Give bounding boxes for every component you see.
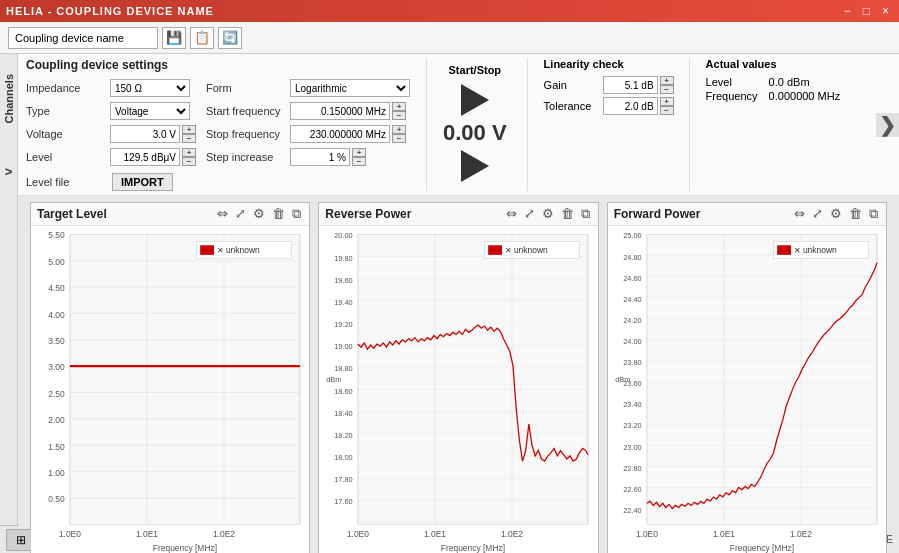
target-fit-btn[interactable]: ⤢ xyxy=(233,206,248,222)
reverse-settings-btn[interactable]: ⚙ xyxy=(540,206,556,222)
forward-chart-svg: 25.00 24.80 24.60 24.40 24.20 24.00 23.8… xyxy=(610,228,884,553)
step-inc-down-btn[interactable]: − xyxy=(352,157,366,166)
target-settings-btn[interactable]: ⚙ xyxy=(251,206,267,222)
actual-freq-value: 0.000000 MHz xyxy=(769,90,841,102)
voltage-spinner: + − xyxy=(182,125,196,143)
target-zoom-btn[interactable]: ⇔ xyxy=(215,206,230,222)
tolerance-label: Tolerance xyxy=(544,100,599,112)
gain-input[interactable] xyxy=(603,76,658,94)
svg-rect-36 xyxy=(358,234,588,524)
tolerance-input[interactable] xyxy=(603,97,658,115)
forward-delete-btn[interactable]: 🗑 xyxy=(847,206,864,222)
target-delete-btn[interactable]: 🗑 xyxy=(270,206,287,222)
actual-freq-label: Frequency xyxy=(706,90,761,102)
stop-freq-spinner: + − xyxy=(392,125,406,143)
gain-up-btn[interactable]: + xyxy=(660,76,674,85)
tolerance-spinbox: + − xyxy=(603,97,674,115)
save-btn[interactable]: 💾 xyxy=(162,27,186,49)
close-btn[interactable]: × xyxy=(878,4,893,18)
reverse-chart-header: Reverse Power ⇔ ⤢ ⚙ 🗑 ⧉ xyxy=(319,203,597,226)
tolerance-down-btn[interactable]: − xyxy=(660,106,674,115)
stop-freq-up-btn[interactable]: + xyxy=(392,125,406,134)
svg-text:1.0E0: 1.0E0 xyxy=(636,529,658,539)
svg-text:17.60: 17.60 xyxy=(335,497,353,506)
maximize-btn[interactable]: □ xyxy=(859,4,874,18)
actual-freq-row: Frequency 0.000000 MHz xyxy=(706,90,841,102)
form-label: Form xyxy=(206,82,286,94)
svg-text:22.40: 22.40 xyxy=(623,506,641,515)
device-name-input[interactable] xyxy=(8,27,158,49)
start-play-btn[interactable] xyxy=(461,84,489,116)
linearity-title: Linearity check xyxy=(544,58,674,70)
copy-btn[interactable]: 📋 xyxy=(190,27,214,49)
reverse-fit-btn[interactable]: ⤢ xyxy=(522,206,537,222)
forward-chart-header: Forward Power ⇔ ⤢ ⚙ 🗑 ⧉ xyxy=(608,203,886,226)
reverse-export-btn[interactable]: ⧉ xyxy=(579,206,592,222)
stop-freq-down-btn[interactable]: − xyxy=(392,134,406,143)
target-export-btn[interactable]: ⧉ xyxy=(290,206,303,222)
stop-play-btn[interactable] xyxy=(461,150,489,182)
actual-values-title: Actual values xyxy=(706,58,841,70)
target-chart-body: 5.50 5.00 4.50 4.00 3.50 3.00 2.50 2.00 … xyxy=(31,226,309,553)
nav-arrow[interactable]: ❯ xyxy=(876,113,899,137)
svg-rect-0 xyxy=(70,234,300,524)
level-up-btn[interactable]: + xyxy=(182,148,196,157)
reverse-power-chart: Reverse Power ⇔ ⤢ ⚙ 🗑 ⧉ xyxy=(318,202,598,553)
type-select[interactable]: Voltage xyxy=(110,102,190,120)
stop-freq-input[interactable] xyxy=(290,125,390,143)
form-row: Form Logarithmic xyxy=(206,78,410,98)
reverse-delete-btn[interactable]: 🗑 xyxy=(559,206,576,222)
forward-fit-btn[interactable]: ⤢ xyxy=(810,206,825,222)
tolerance-up-btn[interactable]: + xyxy=(660,97,674,106)
svg-text:22.80: 22.80 xyxy=(623,464,641,473)
svg-text:18.60: 18.60 xyxy=(335,387,353,396)
type-row: Type Voltage xyxy=(26,101,196,121)
startstop-title: Start/Stop xyxy=(449,64,502,76)
impedance-select[interactable]: 150 Ω xyxy=(110,79,190,97)
channels-expand-arrow[interactable]: > xyxy=(5,164,13,179)
start-freq-input[interactable] xyxy=(290,102,390,120)
minimize-btn[interactable]: − xyxy=(840,4,855,18)
voltage-display: 0.00 V xyxy=(443,120,507,146)
svg-text:24.20: 24.20 xyxy=(623,316,641,325)
stop-freq-row: Stop frequency + − xyxy=(206,124,410,144)
forward-export-btn[interactable]: ⧉ xyxy=(867,206,880,222)
svg-text:1.0E2: 1.0E2 xyxy=(213,529,235,539)
svg-text:1.0E2: 1.0E2 xyxy=(501,529,523,539)
import-btn[interactable]: IMPORT xyxy=(112,173,173,191)
toolbar: 💾 📋 🔄 xyxy=(0,22,899,54)
step-inc-up-btn[interactable]: + xyxy=(352,148,366,157)
actual-level-value: 0.0 dBm xyxy=(769,76,810,88)
start-freq-down-btn[interactable]: − xyxy=(392,111,406,120)
step-inc-input[interactable] xyxy=(290,148,350,166)
level-down-btn[interactable]: − xyxy=(182,157,196,166)
form-select[interactable]: Logarithmic xyxy=(290,79,410,97)
voltage-up-btn[interactable]: + xyxy=(182,125,196,134)
gain-spinbox: + − xyxy=(603,76,674,94)
svg-text:19.20: 19.20 xyxy=(335,320,353,329)
refresh-btn[interactable]: 🔄 xyxy=(218,27,242,49)
settings-col-right: Form Logarithmic Start frequency + xyxy=(206,78,410,191)
reverse-zoom-btn[interactable]: ⇔ xyxy=(504,206,519,222)
svg-text:2.50: 2.50 xyxy=(48,389,65,399)
svg-text:Frequency [MHz]: Frequency [MHz] xyxy=(153,543,217,553)
gain-label: Gain xyxy=(544,79,599,91)
settings-col-left: Impedance 150 Ω Type Voltage xyxy=(26,78,196,191)
gain-down-btn[interactable]: − xyxy=(660,85,674,94)
voltage-row: Voltage + − xyxy=(26,124,196,144)
start-freq-up-btn[interactable]: + xyxy=(392,102,406,111)
channels-sidebar[interactable]: Channels > xyxy=(0,54,18,525)
level-input[interactable] xyxy=(110,148,180,166)
voltage-down-btn[interactable]: − xyxy=(182,134,196,143)
forward-settings-btn[interactable]: ⚙ xyxy=(828,206,844,222)
voltage-input[interactable] xyxy=(110,125,180,143)
channels-label[interactable]: Channels xyxy=(3,74,15,124)
forward-zoom-btn[interactable]: ⇔ xyxy=(792,206,807,222)
content-panel: Coupling device settings Impedance 150 Ω… xyxy=(18,54,899,525)
step-inc-row: Step increase + − xyxy=(206,147,410,167)
level-file-label: Level file xyxy=(26,176,106,188)
svg-text:4.00: 4.00 xyxy=(48,310,65,320)
title-bar: HELIA - COUPLING DEVICE NAME − □ × xyxy=(0,0,899,22)
forward-chart-body: 25.00 24.80 24.60 24.40 24.20 24.00 23.8… xyxy=(608,226,886,553)
svg-text:25.00: 25.00 xyxy=(623,231,641,240)
